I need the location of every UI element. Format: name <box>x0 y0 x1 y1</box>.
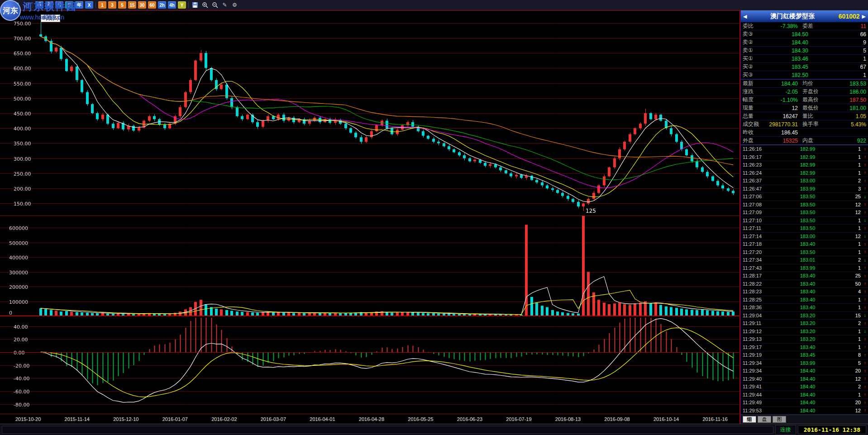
trend-chart-icon[interactable] <box>3 1 10 9</box>
tick-row: 11:27:18183.401↑ <box>741 240 868 249</box>
quote-header: ◀ 澳门红楼梦型张 601002 ▶ <box>741 10 868 22</box>
date-tick: 2016-01-07 <box>162 416 188 422</box>
up-arrow-icon: ↑ <box>861 337 866 342</box>
edit-icon[interactable]: ✎ <box>221 1 229 9</box>
up-arrow-icon: ↑ <box>861 202 866 207</box>
quote-tab-盘[interactable]: 盘 <box>758 416 771 423</box>
ask-row[interactable]: 卖②184.409 <box>741 38 868 47</box>
prev-stock-arrow[interactable]: ◀ <box>742 14 748 19</box>
stat-label: 开盘价 <box>798 88 824 96</box>
kline-chart-icon[interactable] <box>13 1 20 9</box>
period-button-X[interactable]: X <box>85 1 93 9</box>
up-arrow-icon: ↑ <box>861 353 866 358</box>
tick-time: 11:29:53 <box>743 408 771 413</box>
stock-code: 601002 <box>837 13 861 20</box>
up-arrow-icon: ↑ <box>861 170 866 175</box>
weicha-label: 委差 <box>798 22 824 30</box>
quote-tab-细[interactable]: 细 <box>743 416 756 423</box>
stat-value: 186.00 <box>824 89 866 95</box>
volume-canvas[interactable] <box>0 216 739 316</box>
tick-time: 11:26:37 <box>743 178 771 183</box>
period-button-周[interactable]: 周 <box>45 1 53 9</box>
minute-button-5[interactable]: 5 <box>118 1 126 9</box>
settings-gear-icon[interactable]: ⚙ <box>231 1 238 9</box>
tick-qty: 1 <box>844 154 861 160</box>
down-arrow-icon: ↓ <box>861 234 866 239</box>
minute-button-4h[interactable]: 4h <box>168 1 176 9</box>
stat-row: 涨跌-2.05开盘价186.00 <box>741 88 868 96</box>
minute-button-60[interactable]: 60 <box>148 1 156 9</box>
tick-price: 183.99 <box>771 186 844 191</box>
tick-time: 11:27:08 <box>743 202 771 207</box>
macd-canvas[interactable] <box>0 316 739 414</box>
tick-price: 182.99 <box>771 154 844 160</box>
next-stock-arrow[interactable]: ▶ <box>861 14 867 19</box>
stat-value: -1.10% <box>765 97 798 103</box>
stat-row: 幅度-1.10%最高价187.50 <box>741 96 868 104</box>
up-arrow-icon: ↑ <box>861 289 866 294</box>
bid-row[interactable]: 买③182.501 <box>741 71 868 79</box>
up-arrow-icon: ↑ <box>861 147 866 152</box>
tick-qty: 12 <box>844 376 861 382</box>
tick-row: 11:26:23182.991↑ <box>741 161 868 169</box>
tick-qty: 25 <box>844 273 861 278</box>
up-arrow-icon: ↑ <box>861 265 866 270</box>
bid-price: 183.45 <box>761 64 839 70</box>
tick-price: 182.99 <box>771 146 844 152</box>
minute-button-3[interactable]: 3 <box>108 1 116 9</box>
stock-name: 澳门红楼梦型张 <box>748 12 837 20</box>
tick-time: 11:27:14 <box>743 234 771 239</box>
ask-row[interactable]: 卖③184.5066 <box>741 30 868 38</box>
bid-row[interactable]: 买②183.4567 <box>741 63 868 71</box>
minute-button-Y[interactable]: Y <box>178 1 186 9</box>
quote-tab-图[interactable]: 图 <box>773 416 786 423</box>
save-icon[interactable] <box>191 1 199 9</box>
stat-row: 成交额2981770.31换手率5.43% <box>741 120 868 129</box>
period-button-日[interactable]: 日 <box>35 1 43 9</box>
bid-row[interactable]: 买①183.461 <box>741 55 868 63</box>
minute-button-2h[interactable]: 2h <box>158 1 166 9</box>
tick-price: 183.50 <box>771 225 844 231</box>
tick-qty: 50 <box>844 281 861 287</box>
tick-price: 183.00 <box>771 178 844 183</box>
minute-button-group: 1351530602h4hY <box>98 1 186 9</box>
up-arrow-icon: ↑ <box>861 344 866 349</box>
stat-value: 187.50 <box>824 97 866 103</box>
tick-row: 11:29:11183.202↑ <box>741 320 868 328</box>
tick-time: 11:27:11 <box>743 225 771 231</box>
stat-label: 换手率 <box>798 120 824 128</box>
chart-area: 均线(5) 2015-10-202015-11-142015-12-102016… <box>0 10 740 424</box>
minute-button-30[interactable]: 30 <box>138 1 146 9</box>
ask-row[interactable]: 卖①184.305 <box>741 47 868 55</box>
tick-qty: 1 <box>844 344 861 350</box>
tick-qty: 12 <box>844 408 861 413</box>
ask-label: 卖① <box>743 47 761 54</box>
tick-qty: 1 <box>844 241 861 247</box>
minute-button-1[interactable]: 1 <box>98 1 106 9</box>
up-arrow-icon: ↑ <box>861 384 866 389</box>
tick-row: 11:26:17182.991↑ <box>741 153 868 162</box>
tick-row: 11:29:49184.4020↑ <box>741 399 868 407</box>
down-arrow-icon: ↓ <box>861 194 866 199</box>
ask-qty: 5 <box>839 48 866 54</box>
tick-qty: 1 <box>844 392 861 397</box>
period-button-季[interactable]: 季 <box>65 1 73 9</box>
stat-label: 最低价 <box>798 104 824 112</box>
tick-qty: 8 <box>844 352 861 358</box>
tick-row: 11:29:13183.201↑ <box>741 335 868 344</box>
period-button-年[interactable]: 年 <box>75 1 83 9</box>
zoom-in-icon[interactable] <box>201 1 209 9</box>
bars-chart-icon[interactable] <box>23 1 30 9</box>
period-button-月[interactable]: 月 <box>55 1 63 9</box>
minute-button-15[interactable]: 15 <box>128 1 136 9</box>
clock: 2016-11-16 12:38 <box>798 425 866 434</box>
tick-time: 11:27:20 <box>743 249 771 255</box>
tick-time: 11:26:47 <box>743 186 771 191</box>
tick-price: 184.40 <box>771 376 844 382</box>
tick-price: 184.40 <box>771 408 844 413</box>
stat-value: 183.53 <box>824 81 866 87</box>
kline-canvas[interactable] <box>0 11 739 215</box>
tick-time: 11:28:25 <box>743 297 771 302</box>
tick-by-tick-list[interactable]: 11:26:16182.991↑11:26:17182.991↑11:26:23… <box>741 145 868 415</box>
zoom-out-icon[interactable] <box>211 1 219 9</box>
